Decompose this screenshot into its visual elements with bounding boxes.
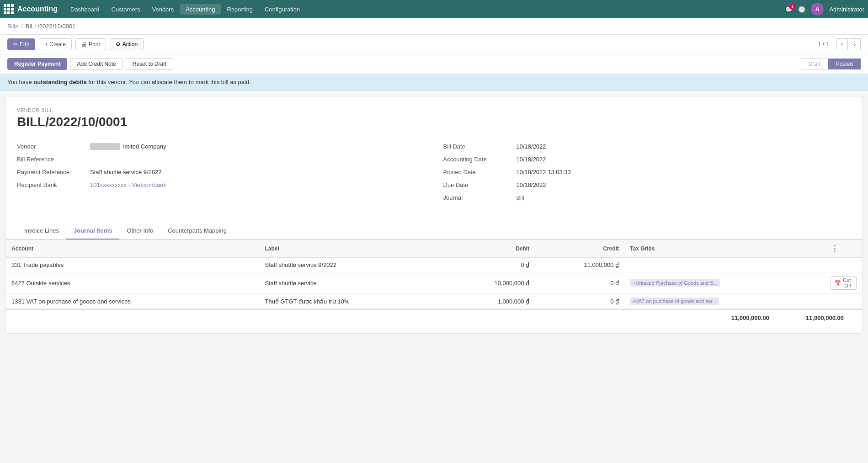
prev-button[interactable]: ‹ — [836, 38, 848, 50]
table-row: 6427 Outside services Staff shuttle serv… — [6, 272, 862, 294]
cell-account: 331 Trade payables — [6, 258, 259, 272]
cell-credit: 0 ₫ — [535, 272, 624, 294]
tab-other-info[interactable]: Other Info — [119, 223, 160, 239]
status-posted: Posted — [828, 59, 861, 69]
vendor-blurred: ____ — [90, 143, 120, 150]
alert-bold: outstanding debits — [33, 79, 86, 85]
chat-badge: 1 — [789, 3, 795, 10]
cell-debit: 1,000,000 ₫ — [445, 294, 535, 309]
cell-credit: 11,000,000 ₫ — [535, 258, 624, 272]
action-bar: ✏ Edit + Create 🖨 Print ⚙ Action 1 / 1 ‹… — [0, 35, 868, 54]
action-button[interactable]: ⚙ Action — [110, 38, 144, 50]
recipient-bank-link[interactable]: 101xxxxxxxxx - Vietcombank — [90, 181, 166, 188]
chat-icon[interactable]: 💬 1 — [785, 6, 793, 13]
col-account: Account — [6, 240, 259, 258]
reset-to-draft-button[interactable]: Reset to Draft — [126, 58, 173, 70]
cell-label: Thuế GTGT được khấu trừ 10% — [259, 294, 445, 309]
journal-link[interactable]: Bill — [517, 194, 524, 201]
status-draft: Draft — [801, 59, 828, 69]
col-options: ⋮ — [825, 240, 862, 258]
calendar-icon: 📅 — [835, 280, 841, 286]
tabs: Invoice Lines Journal Items Other Info C… — [6, 223, 862, 239]
recipient-bank-field: Recipient Bank 101xxxxxxxxx - Vietcomban… — [17, 179, 425, 192]
cell-debit: 0 ₫ — [445, 258, 535, 272]
edit-icon: ✏ — [13, 41, 18, 48]
cell-account: 6427 Outside services — [6, 272, 259, 294]
form-left-column: Vendor ____ imited Company Bill Referenc… — [17, 140, 425, 204]
form-section-label: Vendor Bill — [17, 107, 851, 113]
tab-invoice-lines[interactable]: Invoice Lines — [17, 223, 66, 239]
breadcrumb-separator: / — [21, 23, 23, 30]
footer-credit-total: 11,000,000.00 — [806, 314, 844, 321]
gear-icon: ⚙ — [116, 41, 121, 48]
column-options-icon[interactable]: ⋮ — [831, 244, 839, 253]
cell-tax-grids — [624, 258, 825, 272]
bill-date-field: Bill Date 10/18/2022 — [443, 140, 852, 153]
due-date-field: Due Date 10/18/2022 — [443, 179, 852, 192]
cell-tax-grids: +Untaxed Purchase of Goods and S... — [624, 272, 825, 294]
cell-account: 1331 VAT on purchase of goods and servic… — [6, 294, 259, 309]
table-row: 1331 VAT on purchase of goods and servic… — [6, 294, 862, 309]
tax-grid-tag: +Untaxed Purchase of Goods and S... — [630, 279, 720, 287]
print-button[interactable]: 🖨 Print — [75, 38, 106, 50]
nav-accounting[interactable]: Accounting — [180, 4, 220, 15]
tab-counterparts-mapping[interactable]: Counterparts Mapping — [160, 223, 234, 239]
posted-date-field: Posted Date 10/18/2022 13:03:33 — [443, 166, 852, 179]
outstanding-debits-alert: You have outstanding debits for this ven… — [0, 74, 868, 90]
tax-grid-tag: +VAT on purchase of goods and ser... — [630, 298, 719, 305]
accounting-date-field: Accounting Date 10/18/2022 — [443, 153, 852, 166]
bill-number: BILL/2022/10/0001 — [17, 115, 851, 129]
top-navigation: Accounting Dashboard Customers Vendors A… — [0, 0, 868, 18]
col-debit: Debit — [445, 240, 535, 258]
pagination-nav: ‹ › — [836, 38, 861, 50]
form-grid: Vendor ____ imited Company Bill Referenc… — [17, 140, 851, 204]
cell-options — [825, 294, 862, 309]
cell-debit: 10,000,000 ₫ — [445, 272, 535, 294]
cutoff-button[interactable]: 📅 Cut-Off — [831, 276, 857, 290]
avatar: A — [811, 3, 824, 16]
cell-tax-grids: +VAT on purchase of goods and ser... — [624, 294, 825, 309]
main-content: Vendor Bill BILL/2022/10/0001 Vendor ___… — [5, 96, 863, 334]
table-row: 331 Trade payables Staff shuttle service… — [6, 258, 862, 272]
clock-icon[interactable]: 🕑 — [798, 6, 805, 13]
app-logo[interactable]: Accounting — [4, 4, 58, 14]
nav-vendors[interactable]: Vendors — [146, 4, 179, 15]
grid-icon — [4, 4, 14, 14]
form-section: Vendor Bill BILL/2022/10/0001 Vendor ___… — [6, 96, 862, 215]
nav-customers[interactable]: Customers — [106, 4, 146, 15]
payment-reference-field: Payment Reference Staff shuttle service … — [17, 166, 425, 179]
user-name: Administrator — [829, 6, 864, 13]
bill-reference-field: Bill Reference — [17, 153, 425, 166]
cell-credit: 0 ₫ — [535, 294, 624, 309]
print-icon: 🖨 — [81, 41, 87, 48]
vendor-field: Vendor ____ imited Company — [17, 140, 425, 153]
edit-button[interactable]: ✏ Edit — [7, 38, 35, 50]
form-right-column: Bill Date 10/18/2022 Accounting Date 10/… — [443, 140, 852, 204]
cell-label: Staff shuttle service — [259, 272, 445, 294]
register-payment-button[interactable]: Register Payment — [7, 58, 67, 70]
cell-label: Staff shuttle service 9/2022 — [259, 258, 445, 272]
next-button[interactable]: › — [849, 38, 861, 50]
app-name: Accounting — [17, 5, 58, 13]
breadcrumb-current: BILL/2022/10/0001 — [25, 23, 75, 30]
page-info: 1 / 1 — [818, 41, 829, 48]
main-menu: Dashboard Customers Vendors Accounting R… — [65, 4, 785, 15]
nav-reporting[interactable]: Reporting — [222, 4, 258, 15]
cell-options: 📅 Cut-Off — [825, 272, 862, 294]
journal-items-table-section: Account Label Debit Credit Tax Grids ⋮ 3… — [6, 239, 862, 333]
topnav-right: 💬 1 🕑 A Administrator — [785, 3, 864, 16]
col-tax-grids: Tax Grids — [624, 240, 825, 258]
cell-options — [825, 258, 862, 272]
create-button[interactable]: + Create — [39, 38, 72, 50]
status-bar: Register Payment Add Credit Note Reset t… — [0, 54, 868, 74]
breadcrumb: Bills / BILL/2022/10/0001 — [0, 18, 868, 35]
breadcrumb-parent[interactable]: Bills — [7, 23, 18, 30]
nav-configuration[interactable]: Configuration — [259, 4, 305, 15]
col-credit: Credit — [535, 240, 624, 258]
tab-journal-items[interactable]: Journal Items — [66, 223, 120, 239]
col-label: Label — [259, 240, 445, 258]
journal-items-table: Account Label Debit Credit Tax Grids ⋮ 3… — [6, 239, 862, 309]
nav-dashboard[interactable]: Dashboard — [65, 4, 105, 15]
footer-debit-total: 11,000,000.00 — [731, 314, 769, 321]
add-credit-note-button[interactable]: Add Credit Note — [70, 58, 122, 70]
